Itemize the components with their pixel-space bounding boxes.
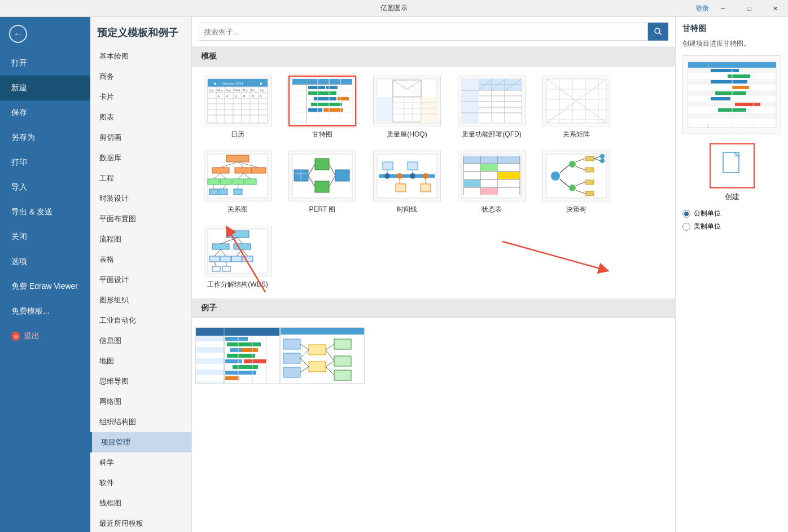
svg-rect-258 — [711, 80, 747, 83]
category-engineering[interactable]: 工程 — [90, 168, 191, 188]
create-button[interactable] — [710, 143, 755, 188]
svg-rect-159 — [481, 164, 497, 171]
category-science[interactable]: 科学 — [90, 452, 191, 473]
svg-rect-111 — [220, 179, 231, 184]
back-button[interactable]: ← — [0, 17, 90, 51]
sidebar-item-open[interactable]: 打开 — [0, 51, 90, 76]
example-thumb-2 — [280, 327, 365, 384]
svg-rect-226 — [283, 339, 300, 349]
template-statechart[interactable]: 状态表 — [455, 151, 528, 214]
sidebar-item-new[interactable]: 新建 — [0, 76, 90, 100]
category-business[interactable]: 商务 — [90, 67, 191, 87]
close-button[interactable]: ✕ — [762, 0, 788, 17]
app-body: ← 打开 新建 保存 另存为 打印 导入 导出 & 发送 关闭 选项 免费 Ed — [0, 17, 788, 532]
template-label-decision: 决策树 — [566, 205, 586, 214]
category-map[interactable]: 地图 — [90, 351, 191, 371]
category-flowchart[interactable]: 流程图 — [90, 229, 191, 249]
template-wbs[interactable]: 工作分解结构(WBS) — [201, 226, 274, 289]
sidebar-item-viewer[interactable]: 免费 Edraw Viewer — [0, 274, 90, 299]
category-network[interactable]: 网络图 — [90, 392, 191, 412]
quit-icon: ⊖ — [11, 332, 20, 341]
svg-point-139 — [410, 173, 415, 179]
category-recent[interactable]: 最近所用模板 — [90, 513, 191, 532]
category-project[interactable]: 项目管理 — [90, 432, 191, 452]
template-timeline[interactable]: 时间线 — [370, 151, 444, 214]
template-label-qfd: 质量功能部署(QFD) — [462, 130, 521, 139]
category-infographic[interactable]: 信息图 — [90, 331, 191, 351]
template-qfd[interactable]: 质量功能部署(QFD) — [455, 76, 528, 139]
svg-text:Tue: Tue — [226, 89, 231, 92]
svg-rect-105 — [235, 168, 252, 173]
svg-rect-110 — [208, 179, 219, 184]
right-panel: 甘特图 创建项目进度甘特图。 — [675, 17, 788, 532]
svg-rect-118 — [209, 189, 218, 195]
template-decision[interactable]: 决策树 — [540, 151, 613, 214]
svg-rect-187 — [209, 256, 220, 262]
svg-rect-233 — [334, 370, 351, 380]
titlebar: 亿图图示 登录 ─ □ ✕ — [0, 0, 788, 17]
svg-rect-150 — [463, 156, 520, 164]
svg-text:October 2014: October 2014 — [222, 82, 243, 85]
svg-rect-182 — [226, 231, 249, 238]
svg-rect-262 — [735, 103, 760, 106]
category-chart[interactable]: 图表 — [90, 107, 191, 127]
category-database[interactable]: 数据库 — [90, 148, 191, 168]
svg-rect-256 — [711, 69, 739, 72]
category-table[interactable]: 表格 — [90, 249, 191, 270]
category-clip[interactable]: 剪切画 — [90, 127, 191, 148]
sidebar-item-saveas[interactable]: 另存为 — [0, 125, 90, 150]
svg-point-137 — [384, 173, 390, 179]
example-2[interactable] — [286, 327, 359, 384]
sidebar-item-import[interactable]: 导入 — [0, 175, 90, 200]
svg-rect-64 — [393, 97, 421, 122]
category-wireframe[interactable]: 线框图 — [90, 493, 191, 513]
category-fashion[interactable]: 时装设计 — [90, 188, 191, 209]
category-flatdesign[interactable]: 平面设计 — [90, 270, 191, 290]
sidebar-item-options[interactable]: 选项 — [0, 249, 90, 274]
svg-rect-112 — [233, 179, 244, 184]
template-hoq[interactable]: 质量屋(HOQ) — [370, 76, 444, 139]
svg-rect-120 — [234, 189, 242, 195]
sidebar-item-freetpl[interactable]: 免费模板... — [0, 299, 90, 324]
example-1[interactable] — [201, 327, 274, 384]
category-card[interactable]: 卡片 — [90, 87, 191, 107]
create-label: 创建 — [725, 192, 739, 202]
sidebar-item-export[interactable]: 导出 & 发送 — [0, 200, 90, 225]
login-link[interactable]: 登录 — [695, 0, 709, 17]
template-calendar[interactable]: ◀ October 2014 ▶ — [201, 76, 274, 139]
template-thumb-pert — [288, 151, 356, 201]
svg-line-1 — [659, 33, 662, 35]
category-basic[interactable]: 基本绘图 — [90, 46, 191, 67]
svg-text:Thu: Thu — [243, 89, 248, 92]
template-label-calendar: 日历 — [231, 130, 244, 139]
category-floorplan[interactable]: 平面布置图 — [90, 209, 191, 229]
svg-rect-104 — [212, 168, 229, 173]
maximize-button[interactable]: □ — [736, 0, 762, 17]
category-shapegrouporg[interactable]: 图形组织 — [90, 290, 191, 310]
sidebar-item-save[interactable]: 保存 — [0, 100, 90, 125]
category-mindmap[interactable]: 思维导图 — [90, 371, 191, 392]
category-software[interactable]: 软件 — [90, 473, 191, 493]
search-input[interactable] — [199, 23, 648, 41]
template-thumb-wbs — [204, 226, 272, 276]
template-pert[interactable]: PERT 图 — [286, 151, 359, 214]
template-reldiag[interactable]: 关系图 — [201, 151, 274, 214]
sidebar-item-close[interactable]: 关闭 — [0, 225, 90, 249]
unit-radio-group: 公制单位 美制单位 — [682, 209, 781, 231]
svg-point-168 — [569, 184, 576, 191]
svg-rect-230 — [309, 362, 326, 372]
sidebar-item-print[interactable]: 打印 — [0, 150, 90, 175]
create-button-area: 创建 — [682, 143, 781, 202]
sidebar-item-quit[interactable]: ⊖ 退出 — [0, 324, 90, 349]
minimize-button[interactable]: ─ — [710, 0, 736, 17]
template-relmatrix[interactable]: 关系矩阵 — [540, 76, 613, 139]
svg-rect-144 — [421, 184, 431, 192]
radio-metric[interactable]: 公制单位 — [682, 209, 781, 218]
svg-rect-217 — [233, 365, 258, 369]
svg-rect-189 — [231, 256, 242, 262]
category-orgchart[interactable]: 组织结构图 — [90, 412, 191, 432]
template-gantt[interactable]: 甘特图 — [286, 76, 359, 139]
search-button[interactable] — [648, 23, 668, 41]
category-industrial[interactable]: 工业自动化 — [90, 310, 191, 331]
radio-imperial[interactable]: 美制单位 — [682, 222, 781, 231]
